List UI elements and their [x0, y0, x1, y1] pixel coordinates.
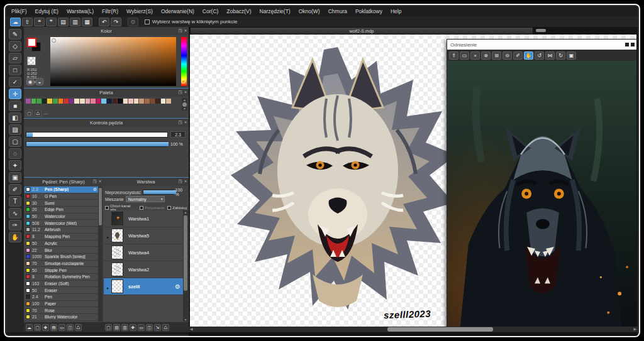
popout-icon[interactable]: ◳	[178, 89, 182, 95]
close-icon[interactable]: ×	[184, 28, 187, 34]
palette-tool-button[interactable]: ▢	[26, 110, 33, 117]
tool-button[interactable]: T	[9, 196, 21, 207]
reference-window-buttons[interactable]	[625, 43, 635, 46]
menu-item[interactable]: Wybierz(S)	[126, 8, 153, 14]
layer-row[interactable]: ● Warstwa2 ⚙	[104, 261, 183, 278]
layer-bar-button[interactable]: ▧	[113, 324, 120, 331]
reference-tool-button[interactable]: ✋	[524, 51, 533, 60]
layer-row[interactable]: ● Warstwa4 ⚙	[104, 244, 183, 261]
palette-swatch[interactable]	[47, 99, 52, 104]
menu-item[interactable]: Okno(W)	[299, 8, 320, 14]
palette-swatch[interactable]	[36, 99, 42, 104]
layer-visible-icon[interactable]: ●	[106, 235, 109, 239]
redo-icon[interactable]: ↷	[111, 18, 121, 26]
reference-image[interactable]	[447, 61, 636, 327]
brush-list-item[interactable]: 70 Smudge-rozciaganie ⚙	[25, 261, 98, 268]
layer-row[interactable]: ● szelll ⚙	[104, 278, 183, 295]
brush-bar-button[interactable]: ▤	[50, 324, 57, 331]
palette-swatch[interactable]	[58, 99, 64, 104]
brush-list-item[interactable]: 8 Mapping Pen ⚙	[25, 234, 98, 241]
menu-item[interactable]: Narzędzie(T)	[260, 8, 291, 14]
palette-swatch[interactable]	[86, 99, 91, 104]
tool-button[interactable]: ✦	[9, 160, 21, 171]
toolbar-button[interactable]: ▥	[70, 18, 80, 26]
toolbar-button[interactable]: ⇧	[22, 18, 33, 26]
palette-swatch[interactable]	[80, 99, 85, 104]
layer-visible-icon[interactable]: ●	[106, 286, 109, 290]
reference-tool-button[interactable]: ⊞	[492, 51, 501, 60]
menu-item[interactable]: Filtr(R)	[102, 8, 118, 14]
palette-swatch[interactable]	[161, 99, 166, 104]
layer-list-scrollbar[interactable]: ▲▼	[183, 210, 188, 322]
close-icon[interactable]: ×	[184, 89, 187, 95]
saturation-value-picker[interactable]	[50, 37, 176, 86]
tool-button[interactable]: ▢	[9, 136, 21, 147]
popout-icon[interactable]: ◳	[92, 178, 97, 185]
tool-button[interactable]: ✐	[9, 184, 21, 195]
palette-swatch[interactable]	[166, 99, 171, 104]
reference-tool-button[interactable]: ⇑	[449, 51, 458, 60]
tool-button[interactable]: ✑	[9, 220, 21, 230]
brush-list-scrollbar[interactable]	[98, 187, 103, 322]
brush-list-item[interactable]: 2.3 Pen (Sharp) ⚙	[25, 187, 98, 193]
reference-tool-button[interactable]: ×	[470, 51, 480, 60]
brush-list-item[interactable]: 50 Acrylic ⚙	[25, 241, 98, 247]
tool-button[interactable]: ◌	[9, 148, 21, 159]
menu-item[interactable]: Plik(F)	[11, 8, 27, 14]
reference-tool-button[interactable]: ↻	[556, 51, 565, 60]
layer-bar-button[interactable]: ▭	[138, 324, 145, 331]
toolbar-button[interactable]: ☁	[10, 18, 21, 26]
document-tab[interactable]: wolf2-S.mdp	[190, 27, 533, 35]
toolbar-button[interactable]: ❝	[34, 18, 45, 26]
reference-window[interactable]: Odniesienie ⇑▭×⊕⊞⊖✐✋↺⋈↻▣	[447, 39, 636, 327]
brush-list-item[interactable]: 163 Eraser (Soft) ⚙	[25, 281, 98, 288]
palette-swatch[interactable]	[107, 99, 112, 104]
palette-swatch[interactable]	[26, 99, 31, 104]
tool-button[interactable]: ▱	[9, 53, 21, 63]
tool-button[interactable]: ■	[9, 100, 21, 111]
tool-button[interactable]: □	[9, 65, 21, 75]
brush-list-item[interactable]: 2.4 Pen ⚙	[25, 294, 98, 301]
popout-icon[interactable]: ◳	[178, 119, 182, 126]
reference-tool-button[interactable]: ⊕	[481, 51, 491, 60]
palette-swatch[interactable]	[91, 99, 96, 104]
brush-list-item[interactable]: 50 Eraser ⚙	[25, 287, 98, 294]
sv-cursor[interactable]	[52, 38, 56, 43]
tool-button[interactable]: ◇	[9, 41, 21, 51]
layer-bar-button[interactable]: ♺	[162, 324, 169, 331]
hue-bar[interactable]	[181, 37, 187, 86]
close-icon[interactable]: ×	[184, 119, 187, 126]
select-layer-checkbox[interactable]: Wybierz warstwę w klikniętym punkcie	[145, 19, 238, 24]
palette-scrollbar[interactable]: ▲▼	[182, 98, 187, 111]
brush-list-item[interactable]: 508 Watercolor (Wet) ⚙	[25, 220, 98, 227]
foreground-color-swatch[interactable]	[27, 38, 36, 47]
layer-opacity-slider[interactable]	[143, 190, 173, 195]
menu-item[interactable]: Zobacz(V)	[226, 8, 251, 14]
brush-bar-button[interactable]: ▢	[34, 324, 41, 331]
tab-scroll-handle[interactable]	[536, 29, 546, 32]
palette-swatch[interactable]	[101, 99, 106, 104]
layer-thumbnail[interactable]	[111, 279, 123, 293]
checkbox-box[interactable]	[145, 19, 150, 24]
menu-item[interactable]: Chmura	[328, 8, 347, 14]
brush-list-item[interactable]: 20 Edge Pen ⚙	[25, 207, 98, 214]
brush-list-item[interactable]: 1000 Sparkle Brush [snieg] ⚙	[25, 254, 98, 261]
palette-swatch[interactable]	[53, 99, 58, 104]
layer-option-checkbox[interactable]: Zablokuj	[167, 206, 187, 210]
brush-list-item[interactable]: 8 Rotation Symmetry Pen ⚙	[25, 274, 98, 281]
palette-swatch[interactable]	[145, 99, 150, 104]
layer-bar-button[interactable]: ✚	[130, 324, 136, 331]
reference-tool-button[interactable]: ✐	[513, 51, 523, 60]
menu-item[interactable]: Cor(C)	[203, 8, 219, 14]
palette-swatch[interactable]	[31, 99, 36, 104]
brush-settings-gear-icon[interactable]: ⚙	[93, 187, 97, 192]
brush-bar-button[interactable]: ▭	[58, 324, 65, 331]
tool-button[interactable]: ✎	[9, 29, 21, 40]
menu-item[interactable]: Help	[391, 8, 401, 14]
tool-button[interactable]: ▨	[9, 124, 21, 135]
tool-button[interactable]: ✓	[9, 77, 21, 87]
palette-swatch[interactable]	[150, 99, 155, 104]
popout-icon[interactable]: ◳	[178, 178, 182, 185]
blend-mode-dropdown[interactable]: Normalny	[126, 196, 165, 202]
brush-list-item[interactable]: 100 Paper ⚙	[25, 301, 98, 308]
